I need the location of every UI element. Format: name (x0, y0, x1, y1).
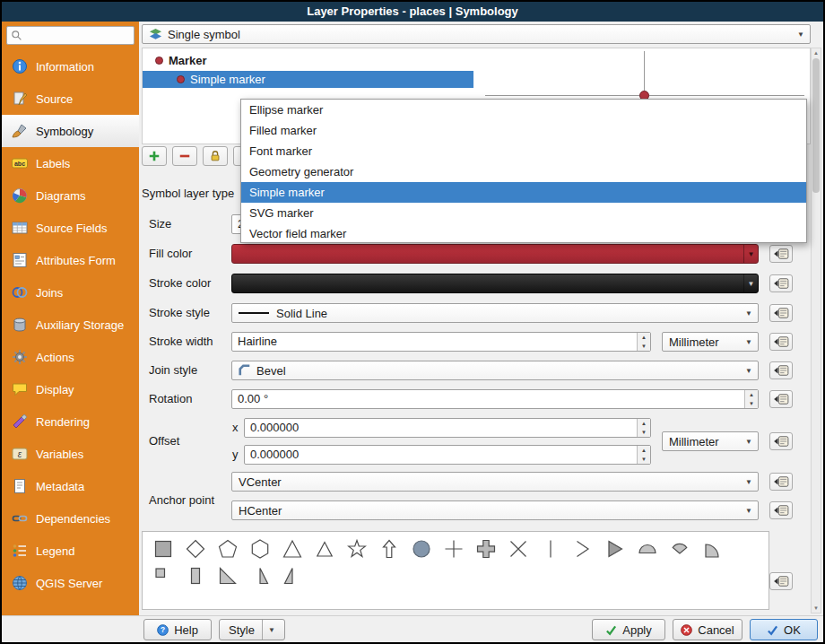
sidebar-item-information[interactable]: Information (2, 50, 139, 83)
shape-diamond[interactable] (186, 539, 205, 559)
sidebar-item-auxiliary-storage[interactable]: Auxiliary Storage (2, 309, 139, 341)
sidebar-item-actions[interactable]: Actions (2, 341, 139, 373)
sidebar-item-dependencies[interactable]: Dependencies (2, 502, 139, 535)
shape-diagonal-half-square[interactable] (218, 566, 238, 586)
shape-square[interactable] (153, 539, 173, 559)
offset-unit-value: Millimeter (669, 435, 719, 448)
sidebar-item-labels[interactable]: abc Labels (2, 147, 139, 179)
help-icon: ? (157, 624, 169, 636)
shape-half-square[interactable] (186, 566, 205, 586)
tree-item-simple-marker[interactable]: Simple marker (143, 71, 473, 88)
menu-item-font-marker[interactable]: Font marker (241, 141, 806, 161)
sidebar-item-variables[interactable]: ε Variables (2, 438, 139, 470)
shape-quarter-square[interactable] (153, 566, 173, 586)
sidebar-item-source-fields[interactable]: Source Fields (2, 212, 139, 244)
sidebar-item-display[interactable]: Display (2, 373, 139, 405)
menu-item-vector-field-marker[interactable]: Vector field marker (241, 223, 806, 244)
shape-circle[interactable] (412, 539, 431, 559)
ok-button[interactable]: OK (750, 619, 818, 640)
rotation-override-button[interactable] (769, 390, 793, 408)
symbol-layer-type-label: Symbol layer type (142, 184, 234, 204)
stroke-width-override-button[interactable] (769, 333, 793, 351)
fill-color-override-button[interactable] (769, 245, 793, 263)
stroke-color-button[interactable]: ▼ (231, 274, 759, 293)
shape-quarter-circle[interactable] (702, 539, 722, 559)
offset-y-spinbox[interactable]: 0.000000 ▲▼ (244, 445, 651, 465)
remove-symbol-layer-button[interactable] (172, 146, 197, 166)
shape-semi-circle[interactable] (638, 539, 657, 559)
add-symbol-layer-button[interactable] (142, 146, 167, 166)
menu-item-ellipse-marker[interactable]: Ellipse marker (241, 100, 806, 120)
offset-override-button[interactable] (769, 432, 793, 450)
chevron-down-icon: ▼ (745, 309, 752, 318)
sidebar-item-joins[interactable]: Joins (2, 276, 139, 309)
menu-item-geometry-generator[interactable]: Geometry generator (241, 161, 806, 182)
stroke-style-combobox[interactable]: Solid Line ▼ (231, 303, 759, 323)
sidebar-item-metadata[interactable]: Metadata (2, 470, 139, 502)
stroke-width-spinbox[interactable]: Hairline ▲▼ (231, 332, 651, 352)
offset-unit-combobox[interactable]: Millimeter ▼ (662, 431, 759, 451)
renderer-combobox[interactable]: Single symbol ▼ (142, 24, 811, 44)
scrollbar[interactable]: ▲ ▼ (811, 48, 821, 614)
shape-arrowhead[interactable] (573, 539, 593, 559)
tree-item-marker[interactable]: Marker (143, 52, 207, 69)
shape-filled-arrowhead[interactable] (605, 539, 625, 559)
chevron-down-icon[interactable]: ▼ (743, 274, 758, 292)
sidebar-search-input[interactable] (25, 29, 130, 43)
shape-equilateral-triangle[interactable] (315, 539, 334, 559)
cancel-button-label: Cancel (698, 623, 734, 637)
stroke-width-unit-combobox[interactable]: Millimeter ▼ (662, 332, 759, 352)
shape-override-button[interactable] (769, 572, 793, 590)
cancel-button[interactable]: Cancel (673, 619, 742, 640)
scrollbar-down-icon[interactable]: ▼ (812, 604, 821, 613)
shape-hexagon[interactable] (250, 539, 270, 559)
sidebar-item-label: Labels (36, 157, 70, 170)
shape-star[interactable] (347, 539, 367, 559)
join-style-combobox[interactable]: Bevel ▼ (231, 361, 759, 380)
apply-button[interactable]: Apply (592, 619, 665, 640)
sidebar-item-diagrams[interactable]: Diagrams (2, 179, 139, 212)
shape-pentagon[interactable] (218, 539, 238, 559)
stroke-color-override-button[interactable] (769, 274, 793, 292)
sidebar-item-source[interactable]: Source (2, 83, 139, 115)
shape-cross[interactable] (444, 539, 464, 559)
shape-right-half-triangle[interactable] (250, 566, 270, 586)
ok-check-icon (767, 624, 778, 636)
sidebar-item-symbology[interactable]: Symbology (2, 115, 139, 147)
scrollbar-thumb[interactable] (812, 58, 820, 193)
shape-arrow[interactable] (379, 539, 399, 559)
spin-buttons[interactable]: ▲▼ (637, 446, 650, 464)
spin-buttons[interactable]: ▲▼ (637, 419, 650, 437)
sidebar-item-attributes-form[interactable]: Attributes Form (2, 244, 139, 276)
shape-cross2[interactable] (508, 539, 528, 559)
menu-item-simple-marker[interactable]: Simple marker (241, 182, 806, 203)
spin-buttons[interactable]: ▲▼ (637, 333, 650, 351)
anchor-horizontal-combobox[interactable]: HCenter ▼ (231, 500, 759, 520)
anchor-vertical-override-button[interactable] (769, 473, 793, 491)
menu-item-svg-marker[interactable]: SVG marker (241, 203, 806, 223)
sidebar-item-qgis-server[interactable]: QGIS Server (2, 567, 139, 599)
spin-buttons[interactable]: ▲▼ (744, 390, 758, 408)
shape-triangle[interactable] (282, 539, 302, 559)
help-button[interactable]: ? Help (143, 619, 212, 640)
shape-line[interactable] (541, 539, 560, 559)
anchor-horizontal-override-button[interactable] (769, 501, 793, 519)
shape-left-half-triangle[interactable] (282, 566, 302, 586)
anchor-vertical-combobox[interactable]: VCenter ▼ (231, 472, 759, 492)
chevron-down-icon[interactable]: ▼ (743, 245, 758, 263)
offset-x-spinbox[interactable]: 0.000000 ▲▼ (244, 418, 651, 438)
scrollbar-up-icon[interactable]: ▲ (812, 48, 821, 57)
shape-cross-fill[interactable] (476, 539, 496, 559)
style-button[interactable]: Style ▼ (219, 619, 285, 640)
join-style-override-button[interactable] (769, 361, 793, 379)
sidebar-item-rendering[interactable]: Rendering (2, 405, 139, 438)
shape-third-circle[interactable] (670, 539, 690, 559)
stroke-style-override-button[interactable] (769, 304, 793, 322)
fill-color-button[interactable]: ▼ (231, 244, 759, 264)
chevron-down-icon[interactable]: ▼ (262, 620, 275, 640)
lock-colors-button[interactable] (203, 146, 228, 166)
menu-item-filled-marker[interactable]: Filled marker (241, 120, 806, 141)
rotation-spinbox[interactable]: 0.00 ° ▲▼ (231, 389, 759, 409)
sidebar-item-legend[interactable]: Legend (2, 535, 139, 567)
sidebar-search[interactable] (6, 26, 135, 45)
